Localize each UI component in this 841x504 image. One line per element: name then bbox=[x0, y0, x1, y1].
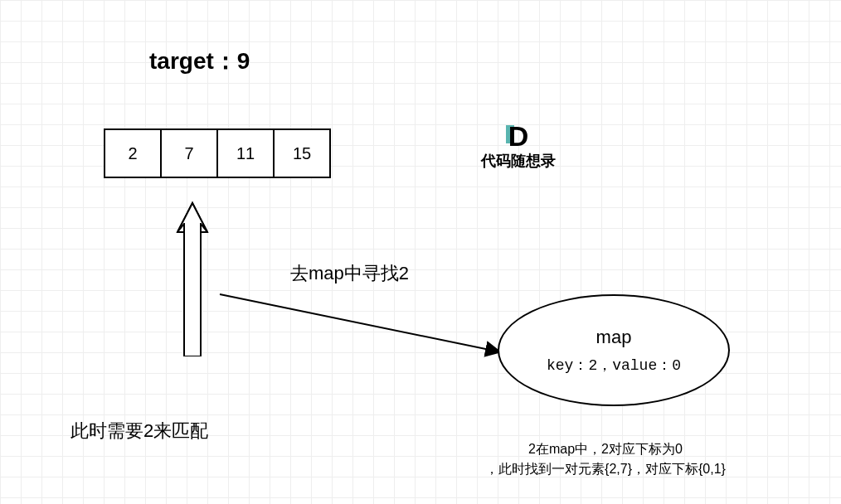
result-line1: 2在map中，2对应下标为0 bbox=[528, 442, 683, 456]
svg-line-2 bbox=[220, 294, 502, 352]
array-cell: 11 bbox=[216, 128, 275, 178]
svg-rect-1 bbox=[185, 222, 200, 227]
array-cell: 15 bbox=[273, 128, 331, 178]
diagram-content: target：9 2 7 11 15 去map中寻找2 map key：2，va… bbox=[0, 0, 841, 504]
array-cell: 7 bbox=[160, 128, 218, 178]
arrow-diag-label: 去map中寻找2 bbox=[290, 261, 409, 286]
array-row: 2 7 11 15 bbox=[104, 128, 331, 178]
result-text: 2在map中，2对应下标为0 ，此时找到一对元素{2,7}，对应下标{0,1} bbox=[440, 439, 771, 479]
result-line2: ，此时找到一对元素{2,7}，对应下标{0,1} bbox=[485, 462, 726, 476]
target-label: target：9 bbox=[149, 46, 250, 77]
array-cell: 2 bbox=[104, 128, 162, 178]
watermark: D 代码随想录 bbox=[481, 120, 556, 171]
watermark-text: 代码随想录 bbox=[481, 151, 556, 171]
map-title: map bbox=[596, 327, 632, 348]
arrow-up-icon bbox=[176, 199, 209, 356]
match-label: 此时需要2来匹配 bbox=[70, 419, 208, 443]
arrow-diag-icon bbox=[216, 286, 514, 369]
watermark-logo-icon: D bbox=[508, 120, 529, 153]
map-ellipse: map key：2，value：0 bbox=[498, 294, 730, 406]
map-kv: key：2，value：0 bbox=[547, 355, 681, 375]
svg-rect-0 bbox=[184, 224, 201, 356]
